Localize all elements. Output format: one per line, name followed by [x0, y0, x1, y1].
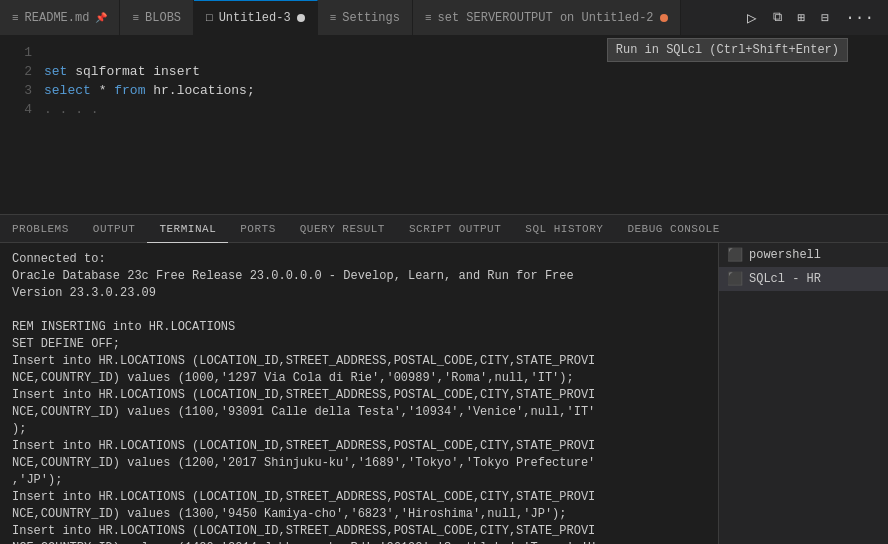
tab-readme[interactable]: ≡ README.md 📌 — [0, 0, 120, 35]
powershell-icon: ⬛ — [727, 247, 743, 263]
terminal-line-7: Insert into HR.LOCATIONS (LOCATION_ID,ST… — [12, 353, 706, 370]
terminal-line-3: Version 23.3.0.23.09 — [12, 285, 706, 302]
tab-actions: ▷ ⧉ ⊞ ⊟ ··· — [741, 4, 888, 32]
serveroutput-icon: ≡ — [425, 12, 432, 24]
serveroutput-dot — [660, 14, 668, 22]
terminal-output[interactable]: Connected to: Oracle Database 23c Free R… — [0, 243, 718, 544]
split-editor-button[interactable]: ⧉ — [767, 6, 788, 29]
blobs-icon: ≡ — [132, 12, 139, 24]
terminal-sqlcl-hr[interactable]: ⬛ SQLcl - HR — [719, 267, 888, 291]
terminal-sidebar: ⬛ powershell ⬛ SQLcl - HR — [718, 243, 888, 544]
tab-problems[interactable]: PROBLEMS — [0, 215, 81, 243]
tab-queryresult[interactable]: QUERY RESULT — [288, 215, 397, 243]
line-numbers: 1 2 3 4 — [0, 35, 40, 214]
run-tooltip: Run in SQLcl (Ctrl+Shift+Enter) — [607, 38, 848, 62]
terminal-line-10: NCE,COUNTRY_ID) values (1100,'93091 Call… — [12, 404, 706, 421]
terminal-line-6: SET DEFINE OFF; — [12, 336, 706, 353]
tab-untitled3[interactable]: □ Untitled-3 — [194, 0, 318, 35]
panel-bottom: PROBLEMS OUTPUT TERMINAL PORTS QUERY RES… — [0, 214, 888, 544]
terminal-line-18: NCE,COUNTRY_ID) values (1400,'2014 Jabbe… — [12, 540, 706, 544]
terminal-line-13: NCE,COUNTRY_ID) values (1200,'2017 Shinj… — [12, 455, 706, 472]
line-num-3: 3 — [0, 81, 32, 100]
terminal-line-8: NCE,COUNTRY_ID) values (1000,'1297 Via C… — [12, 370, 706, 387]
terminal-line-4 — [12, 302, 706, 319]
tab-bar: ≡ README.md 📌 ≡ BLOBS □ Untitled-3 ≡ Set… — [0, 0, 888, 35]
terminal-line-15: Insert into HR.LOCATIONS (LOCATION_ID,ST… — [12, 489, 706, 506]
terminal-line-16: NCE,COUNTRY_ID) values (1300,'9450 Kamiy… — [12, 506, 706, 523]
tab-settings-label: Settings — [342, 11, 400, 25]
powershell-label: powershell — [749, 248, 821, 262]
tab-blobs-label: BLOBS — [145, 11, 181, 25]
tab-terminal[interactable]: TERMINAL — [147, 215, 228, 243]
tab-serveroutput-label: set SERVEROUTPUT on Untitled-2 — [438, 11, 654, 25]
tab-output[interactable]: OUTPUT — [81, 215, 148, 243]
line-num-1: 1 — [0, 43, 32, 62]
code-line-2: set sqlformat insert — [40, 62, 888, 81]
terminal-line-2: Oracle Database 23c Free Release 23.0.0.… — [12, 268, 706, 285]
terminal-powershell[interactable]: ⬛ powershell — [719, 243, 888, 267]
panel-tabs: PROBLEMS OUTPUT TERMINAL PORTS QUERY RES… — [0, 215, 888, 243]
tab-sqlhistory[interactable]: SQL HISTORY — [513, 215, 615, 243]
run-button[interactable]: ▷ — [741, 4, 763, 32]
line-num-4: 4 — [0, 100, 32, 119]
tab-settings[interactable]: ≡ Settings — [318, 0, 413, 35]
terminal-line-1: Connected to: — [12, 251, 706, 268]
more-actions-button[interactable]: ⊞ — [792, 6, 812, 30]
tab-scriptoutput[interactable]: SCRIPT OUTPUT — [397, 215, 513, 243]
code-line-4: . . . . — [40, 100, 888, 119]
tab-debugconsole[interactable]: DEBUG CONSOLE — [615, 215, 731, 243]
tab-readme-label: README.md — [25, 11, 90, 25]
pin-icon: 📌 — [95, 12, 107, 24]
settings-icon: ≡ — [330, 12, 337, 24]
untitled3-icon: □ — [206, 12, 213, 24]
panel-content: Connected to: Oracle Database 23c Free R… — [0, 243, 888, 544]
code-line-3: select * from hr.locations; — [40, 81, 888, 100]
tab-blobs[interactable]: ≡ BLOBS — [120, 0, 194, 35]
terminal-line-5: REM INSERTING into HR.LOCATIONS — [12, 319, 706, 336]
untitled3-dot — [297, 14, 305, 22]
layout-button[interactable]: ⊟ — [815, 6, 835, 30]
sqlcl-icon: ⬛ — [727, 271, 743, 287]
readme-icon: ≡ — [12, 12, 19, 24]
tab-untitled3-label: Untitled-3 — [219, 11, 291, 25]
tab-serveroutput[interactable]: ≡ set SERVEROUTPUT on Untitled-2 — [413, 0, 681, 35]
terminal-line-11: ); — [12, 421, 706, 438]
terminal-line-17: Insert into HR.LOCATIONS (LOCATION_ID,ST… — [12, 523, 706, 540]
overflow-button[interactable]: ··· — [839, 5, 880, 31]
tab-ports[interactable]: PORTS — [228, 215, 288, 243]
terminal-line-12: Insert into HR.LOCATIONS (LOCATION_ID,ST… — [12, 438, 706, 455]
sqlcl-label: SQLcl - HR — [749, 272, 821, 286]
line-num-2: 2 — [0, 62, 32, 81]
terminal-line-9: Insert into HR.LOCATIONS (LOCATION_ID,ST… — [12, 387, 706, 404]
terminal-line-14: ,'JP'); — [12, 472, 706, 489]
